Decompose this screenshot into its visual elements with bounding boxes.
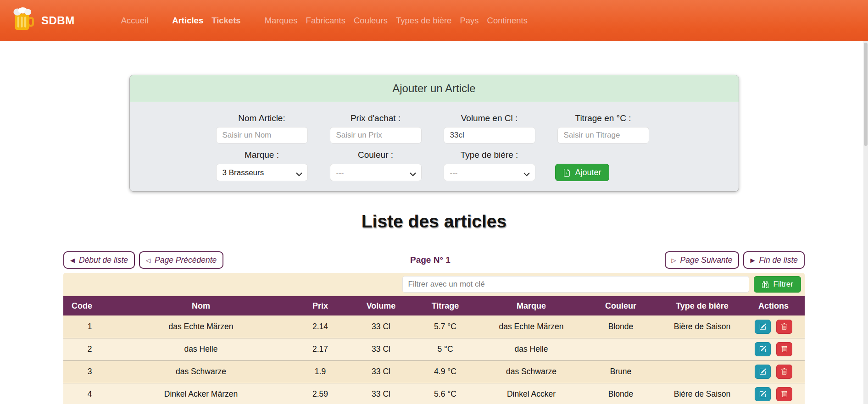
cell-marque: das Echte Märzen — [483, 315, 579, 338]
cell-couleur — [579, 338, 662, 360]
trash-icon — [781, 323, 788, 330]
first-page-label: Début de liste — [79, 255, 128, 265]
nav-item-types-de-biere[interactable]: Types de bière — [392, 16, 456, 26]
couleur-label: Couleur : — [358, 150, 393, 160]
app-header: SDBM Accueil Articles Tickets Marques Fa… — [0, 0, 868, 41]
edit-button[interactable] — [755, 387, 771, 401]
add-article-form: Nom Article: Prix d'achat : Volume en Cl… — [130, 102, 739, 191]
nav-item-marques[interactable]: Marques — [261, 16, 302, 26]
cell-marque: das Helle — [483, 338, 579, 360]
next-page-button[interactable]: ▷ Page Suivante — [665, 251, 740, 269]
cell-couleur: Blonde — [579, 383, 662, 404]
cell-titrage: 4.9 °C — [407, 360, 483, 383]
nav-item-tickets[interactable]: Tickets — [207, 16, 245, 26]
cell-couleur: Brune — [579, 360, 662, 383]
last-page-button[interactable]: ▶ Fin de liste — [743, 251, 805, 269]
cell-prix: 2.14 — [286, 315, 355, 338]
nav-item-articles[interactable]: Articles — [168, 16, 207, 26]
delete-button[interactable] — [776, 342, 792, 356]
first-page-button[interactable]: ◀ Début de liste — [63, 251, 135, 269]
volume-input[interactable] — [444, 127, 535, 144]
col-header-prix: Prix — [286, 296, 355, 315]
cell-nom: das Echte Märzen — [116, 315, 286, 338]
edit-button[interactable] — [755, 342, 771, 356]
prix-achat-label: Prix d'achat : — [351, 113, 401, 123]
articles-table-section: Filtrer Code Nom Prix Volume Titrage Mar… — [63, 273, 805, 404]
beer-mug-icon — [12, 7, 37, 34]
marque-label: Marque : — [245, 150, 279, 160]
trash-icon — [781, 346, 788, 353]
filter-bar: Filtrer — [63, 273, 805, 296]
nav-item-pays[interactable]: Pays — [456, 16, 483, 26]
cell-titrage: 5.6 °C — [407, 383, 483, 404]
nom-article-input[interactable] — [216, 127, 308, 144]
cell-volume: 33 Cl — [355, 315, 407, 338]
col-header-marque: Marque — [483, 296, 579, 315]
col-header-volume: Volume — [355, 296, 407, 315]
cell-type-biere — [662, 360, 742, 383]
volume-label: Volume en Cl : — [461, 113, 518, 123]
table-header-row: Code Nom Prix Volume Titrage Marque Coul… — [63, 296, 805, 315]
col-header-type-biere: Type de bière — [662, 296, 742, 315]
couleur-select[interactable]: --- — [330, 164, 422, 181]
edit-button[interactable] — [755, 320, 771, 334]
col-header-nom: Nom — [116, 296, 286, 315]
table-row: 2 das Helle 2.17 33 Cl 5 °C das Helle — [63, 338, 805, 360]
pagination-bar: ◀ Début de liste ◁ Page Précédente Page … — [63, 251, 805, 269]
triangle-left-filled-icon: ◀ — [70, 257, 75, 263]
cell-volume: 33 Cl — [355, 360, 407, 383]
col-header-titrage: Titrage — [407, 296, 483, 315]
cell-prix: 2.59 — [286, 383, 355, 404]
triangle-right-filled-icon: ▶ — [750, 257, 755, 263]
delete-button[interactable] — [776, 365, 792, 379]
type-biere-label: Type de bière : — [461, 150, 518, 160]
add-article-panel-title: Ajouter un Article — [130, 75, 739, 102]
table-row: 3 das Schwarze 1.9 33 Cl 4.9 °C das Schw… — [63, 360, 805, 383]
nav-item-accueil[interactable]: Accueil — [117, 16, 153, 26]
delete-button[interactable] — [776, 387, 792, 401]
cell-type-biere: Bière de Saison — [662, 383, 742, 404]
cell-titrage: 5.7 °C — [407, 315, 483, 338]
marque-select[interactable]: 3 Brasseurs — [216, 164, 308, 181]
cell-nom: das Helle — [116, 338, 286, 360]
cell-code: 4 — [63, 383, 116, 404]
titrage-label: Titrage en °C : — [575, 113, 631, 123]
cell-type-biere: Bière de Saison — [662, 315, 742, 338]
nav-item-fabricants[interactable]: Fabricants — [302, 16, 350, 26]
ajouter-button-label: Ajouter — [575, 168, 601, 177]
brand[interactable]: SDBM — [12, 7, 75, 34]
file-plus-icon — [563, 169, 571, 177]
cell-type-biere — [662, 338, 742, 360]
triangle-left-outline-icon: ◁ — [146, 257, 150, 263]
ajouter-button[interactable]: Ajouter — [555, 164, 609, 181]
filter-button-label: Filtrer — [773, 280, 793, 289]
cell-code: 3 — [63, 360, 116, 383]
table-row: 1 das Echte Märzen 2.14 33 Cl 5.7 °C das… — [63, 315, 805, 338]
add-article-panel: Ajouter un Article Nom Article: Prix d'a… — [129, 75, 739, 192]
cell-titrage: 5 °C — [407, 338, 483, 360]
pencil-square-icon — [759, 391, 766, 398]
filter-input[interactable] — [402, 276, 749, 293]
prix-achat-input[interactable] — [330, 127, 422, 144]
titrage-input[interactable] — [557, 127, 649, 144]
cell-volume: 33 Cl — [355, 383, 407, 404]
type-biere-select[interactable]: --- — [444, 164, 535, 181]
delete-button[interactable] — [776, 320, 792, 334]
nav-item-continents[interactable]: Continents — [483, 16, 532, 26]
trash-icon — [781, 391, 788, 398]
filter-button[interactable]: Filtrer — [754, 276, 801, 293]
brand-name: SDBM — [41, 14, 75, 27]
col-header-code: Code — [63, 296, 116, 315]
cell-volume: 33 Cl — [355, 338, 407, 360]
edit-button[interactable] — [755, 365, 771, 379]
scrollbar-thumb[interactable] — [864, 43, 868, 146]
pencil-square-icon — [759, 368, 766, 375]
cell-marque: das Schwarze — [483, 360, 579, 383]
cell-marque: Dinkel Accker — [483, 383, 579, 404]
page-indicator: Page N° 1 — [196, 255, 664, 265]
scrollbar[interactable] — [863, 41, 868, 404]
nav-item-couleurs[interactable]: Couleurs — [350, 16, 392, 26]
triangle-right-outline-icon: ▷ — [672, 257, 676, 263]
cell-couleur: Blonde — [579, 315, 662, 338]
cell-code: 1 — [63, 315, 116, 338]
